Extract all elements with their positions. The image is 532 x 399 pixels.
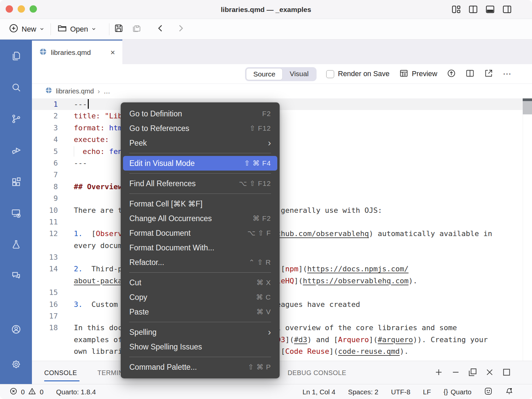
code-line[interactable]: 5 echo: fenced (32, 146, 532, 157)
code-line[interactable]: 6--- (32, 157, 532, 169)
line-number: 1 (32, 98, 58, 110)
panel-restore-icon[interactable] (468, 367, 477, 378)
save-all-button[interactable] (132, 19, 142, 40)
menu-separator (129, 322, 271, 322)
code-line[interactable]: 9 (32, 193, 532, 204)
breadcrumb-more[interactable]: … (103, 87, 110, 95)
search-sidebar-icon[interactable] (11, 82, 21, 94)
braces-icon: {} (444, 388, 448, 396)
panel-minimize-icon[interactable] (451, 367, 461, 378)
menu-item-command-palette[interactable]: Command Palette...⇧ ⌘ P (121, 360, 280, 374)
render-on-save-checkbox[interactable] (326, 70, 334, 78)
tab-libraries-qmd[interactable]: libraries.qmd × (32, 40, 122, 64)
menu-item-peek[interactable]: Peek› (121, 136, 280, 150)
run-debug-icon[interactable] (11, 145, 21, 157)
toggle-panel-icon[interactable] (485, 4, 495, 16)
panel-tab-debug-console[interactable]: DEBUG CONSOLE (288, 361, 346, 384)
warnings-icon[interactable] (28, 387, 36, 397)
open-button[interactable]: Open (57, 19, 96, 40)
publish-icon[interactable] (447, 69, 456, 79)
code-token (74, 147, 83, 156)
code-line[interactable]: 7 (32, 169, 532, 181)
panel-tab-console[interactable]: CONSOLE (44, 361, 77, 384)
menu-item-cut[interactable]: Cut⌘ X (121, 275, 280, 290)
code-token: execute: (74, 135, 109, 144)
customize-layout-icon[interactable] (451, 4, 461, 16)
errors-icon[interactable] (9, 387, 18, 397)
source-control-icon[interactable] (11, 114, 21, 125)
code-line[interactable]: 142. Third-party JavaScript libraries co… (32, 263, 532, 275)
testing-icon[interactable] (11, 239, 21, 251)
menu-item-format-cell-k-f[interactable]: Format Cell [⌘K ⌘F] (121, 197, 280, 211)
code-line[interactable]: 1--- (32, 98, 532, 110)
code-line[interactable]: about-packages-and-modules) and also [Ob… (32, 275, 532, 287)
warning-count[interactable]: 0 (40, 388, 43, 396)
settings-gear-icon[interactable] (11, 359, 21, 371)
code-line[interactable]: 17 (32, 310, 532, 322)
navigate-back-button[interactable] (156, 19, 166, 40)
visual-mode-button[interactable]: Visual (283, 68, 316, 80)
end-of-line[interactable]: LF (423, 388, 431, 396)
console-sessions-icon[interactable] (11, 208, 21, 220)
code-line[interactable]: 8## Overview (32, 181, 532, 193)
code-line[interactable]: examples of using two third-party librar… (32, 334, 532, 345)
code-line[interactable]: 13 (32, 251, 532, 263)
panel-plus-icon[interactable] (434, 367, 444, 378)
scrollbar-thumb[interactable] (523, 101, 532, 114)
code-line[interactable]: 163. Custom libraries that you and/or yo… (32, 299, 532, 310)
code-line[interactable]: 18In this document we'll provide you a h… (32, 322, 532, 333)
code-line[interactable]: 3format: html (32, 122, 532, 134)
open-external-icon[interactable] (484, 69, 493, 79)
extensions-icon[interactable] (11, 177, 21, 188)
breadcrumb[interactable]: libraries.qmd › … (32, 84, 532, 98)
indentation[interactable]: Spaces: 2 (348, 388, 378, 396)
menu-item-go-to-definition[interactable]: Go to DefinitionF2 (121, 106, 280, 121)
panel-maximize-icon[interactable] (502, 367, 511, 378)
close-tab-icon[interactable]: × (110, 49, 115, 57)
error-count[interactable]: 0 (21, 388, 25, 396)
navigate-forward-button[interactable] (176, 19, 186, 40)
new-button[interactable]: New (9, 19, 45, 40)
notifications-bell-icon[interactable] (505, 387, 513, 397)
account-icon[interactable] (11, 324, 21, 336)
menu-item-format-document-with[interactable]: Format Document With... (121, 240, 280, 255)
code-line[interactable]: 4execute: (32, 134, 532, 145)
code-line[interactable]: every document. (32, 240, 532, 251)
menu-item-go-to-references[interactable]: Go to References⇧ F12 (121, 121, 280, 136)
code-line[interactable]: 2title: "Libraries" (32, 110, 532, 122)
code-line[interactable]: 11 (32, 216, 532, 228)
cursor-position[interactable]: Ln 1, Col 4 (303, 388, 335, 396)
chat-icon[interactable] (11, 270, 21, 282)
menu-item-edit-in-visual-mode[interactable]: Edit in Visual Mode⇧ ⌘ F4 (123, 156, 277, 171)
more-actions-icon[interactable]: ⋯ (503, 69, 512, 79)
menu-item-show-spelling-issues[interactable]: Show Spelling Issues (121, 339, 280, 354)
preview-button[interactable]: Preview (399, 69, 437, 79)
menu-item-copy[interactable]: Copy⌘ C (121, 290, 280, 305)
language-mode[interactable]: {} Quarto (444, 388, 471, 396)
explorer-icon[interactable] (11, 51, 21, 63)
split-editor-icon[interactable] (468, 4, 478, 16)
menu-item-format-document[interactable]: Format Document⌥ ⇧ F (121, 226, 280, 240)
menu-item-label: Format Document With... (129, 243, 214, 252)
menu-item-change-all-occurrences[interactable]: Change All Occurrences⌘ F2 (121, 211, 280, 226)
feedback-smiley-icon[interactable] (484, 387, 492, 397)
code-line[interactable]: 10There are three types of libraries tha… (32, 204, 532, 216)
quarto-version[interactable]: Quarto: 1.8.4 (56, 388, 96, 396)
code-text: --- (74, 157, 87, 169)
source-mode-button[interactable]: Source (246, 68, 283, 80)
code-line[interactable]: 15 (32, 287, 532, 298)
encoding[interactable]: UTF-8 (391, 388, 410, 396)
menu-item-spelling[interactable]: Spelling› (121, 325, 280, 339)
panel-close-icon[interactable] (485, 367, 494, 378)
scrollbar-track[interactable] (523, 98, 532, 361)
menu-item-find-all-references[interactable]: Find All References⌥ ⇧ F12 (121, 176, 280, 191)
split-editor-icon[interactable] (466, 69, 474, 79)
code-line[interactable]: own libraries is covered in the articles… (32, 345, 532, 357)
save-button[interactable] (114, 19, 124, 40)
code-editor[interactable]: 1---2title: "Libraries"3format: html4exe… (32, 98, 532, 361)
code-line[interactable]: 121. [Observable's standard library](htt… (32, 228, 532, 239)
toggle-secondary-sidebar-icon[interactable] (502, 4, 512, 16)
breadcrumb-file[interactable]: libraries.qmd (56, 87, 94, 95)
menu-item-refactor[interactable]: Refactor...⌃ ⇧ R (121, 255, 280, 270)
menu-item-paste[interactable]: Paste⌘ V (121, 305, 280, 319)
